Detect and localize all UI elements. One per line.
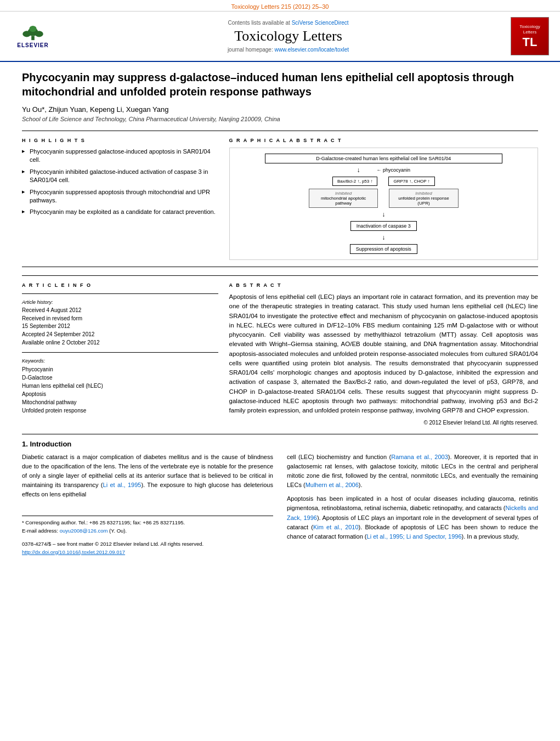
- abstract-text: Apoptosis of lens epithelial cell (LEC) …: [229, 292, 538, 415]
- intro-para-1: Diabetic cataract is a major complicatio…: [22, 452, 273, 499]
- intro-title: 1. Introduction: [22, 440, 538, 448]
- intro-para-2: cell (LEC) biochemistry and function (Ra…: [287, 452, 538, 490]
- bottom-bar: 0378-4274/$ – see front matter © 2012 El…: [22, 540, 273, 556]
- keyword: Mitochondrial pathway: [22, 398, 218, 406]
- tl-logo-text: TL: [523, 36, 538, 48]
- ga-arrow-3: ↓: [382, 234, 385, 241]
- elsevier-logo: ELSEVIER: [11, 25, 55, 48]
- ga-box-4: Suppression of apoptosis: [350, 244, 417, 254]
- keyword: Phycocyanin: [22, 365, 218, 374]
- keyword: Apoptosis: [22, 390, 218, 398]
- ref-li-1995[interactable]: Li et al., 1995: [103, 482, 142, 488]
- tl-sublabel: ToxicologyLetters: [519, 24, 540, 35]
- intro-left-col: Diabetic cataract is a major complicatio…: [22, 452, 273, 556]
- graphical-abstract-col: G R A P H I C A L A B S T R A C T D-Gala…: [229, 138, 538, 260]
- doi-link[interactable]: http://dx.doi.org/10.1016/j.toxlet.2012.…: [22, 549, 125, 555]
- issn-line: 0378-4274/$ – see front matter © 2012 El…: [22, 540, 273, 548]
- ga-box-1: D-Galactose-created human lens epithelia…: [265, 154, 502, 163]
- ga-arrow-1: ↓: [357, 166, 360, 174]
- available-date: Available online 2 October 2012: [22, 339, 218, 347]
- ga-box-3: Inactivation of caspase 3: [350, 221, 417, 231]
- ga-box-2b: GRP78 ↑, CHOP ↑: [388, 177, 434, 186]
- ref-li-spector[interactable]: Li et al., 1995; Li and Spector, 1996: [367, 533, 462, 540]
- highlight-item: Phycocyanin may be exploited as a candid…: [22, 208, 218, 216]
- ga-inhibit-1: Inhibited mitochondrial apoptotic pathwa…: [309, 189, 378, 208]
- article-info-header: A R T I C L E I N F O: [22, 282, 218, 288]
- journal-header: ELSEVIER Contents lists available at Sci…: [0, 12, 560, 62]
- keyword: D-Galactose: [22, 374, 218, 382]
- intro-para-3: Apoptosis has been implicated in a host …: [287, 494, 538, 541]
- intro-right-col: cell (LEC) biochemistry and function (Ra…: [287, 452, 538, 556]
- page-wrapper: Toxicology Letters 215 (2012) 25–30 ELSE…: [0, 0, 560, 741]
- svg-point-4: [29, 25, 36, 31]
- abstract-col: A B S T R A C T Apoptosis of lens epithe…: [229, 282, 538, 426]
- homepage-url[interactable]: www.elsevier.com/locate/toxlet: [275, 47, 349, 53]
- keywords-list: Phycocyanin D-Galactose Human lens epith…: [22, 365, 218, 415]
- intro-divider: [22, 434, 538, 434]
- sciverse-text: Contents lists available at SciVerse Sci…: [66, 20, 511, 26]
- highlights-graphical-section: H I G H L I G H T S Phycocyanin suppress…: [22, 131, 538, 267]
- ga-row-2: Inhibited mitochondrial apoptotic pathwa…: [305, 189, 462, 208]
- ga-diagram: D-Galactose-created human lens epithelia…: [235, 154, 532, 254]
- received-revised: Received in revised form15 September 201…: [22, 315, 218, 330]
- graphical-abstract-box: D-Galactose-created human lens epithelia…: [229, 148, 538, 260]
- highlight-item: Phycocyanin inhibited galactose-induced …: [22, 168, 218, 185]
- history-subsection: Article history: Received 4 August 2012 …: [22, 299, 218, 347]
- ref-ramana[interactable]: Ramana et al., 2003: [391, 454, 448, 460]
- journal-homepage: journal homepage: www.elsevier.com/locat…: [66, 47, 511, 53]
- received-date: Received 4 August 2012: [22, 307, 218, 314]
- highlight-item: Phycocyanin suppressed galactose-induced…: [22, 148, 218, 165]
- article-info-abstract-section: A R T I C L E I N F O Article history: R…: [22, 275, 538, 426]
- history-label: Article history:: [22, 299, 218, 305]
- keyword: Human lens epithelial cell (hLEC): [22, 382, 218, 390]
- abstract-header: A B S T R A C T: [229, 282, 538, 288]
- highlight-item: Phycocyanin suppressed apoptosis through…: [22, 188, 218, 205]
- svg-point-3: [35, 31, 43, 37]
- journal-center: Contents lists available at SciVerse Sci…: [66, 20, 511, 53]
- article-title: Phycocyanin may suppress d-galactose–ind…: [22, 70, 538, 99]
- elsevier-tree-icon: [16, 25, 49, 41]
- ref-kim[interactable]: Kim et al., 2010: [313, 524, 359, 530]
- journal-title: Toxicology Letters: [66, 28, 511, 44]
- svg-point-2: [22, 31, 31, 37]
- journal-issue: Toxicology Letters 215 (2012) 25–30: [231, 3, 329, 10]
- main-content: Phycocyanin may suppress d-galactose–ind…: [0, 62, 560, 567]
- footnote-email-suffix: (Y. Ou).: [109, 528, 127, 534]
- introduction-section: 1. Introduction Diabetic cataract is a m…: [22, 440, 538, 556]
- copyright: © 2012 Elsevier Ireland Ltd. All rights …: [229, 420, 538, 426]
- ga-row-1: Bax/Bcl-2 ↑, p53 ↑ GRP78 ↑, CHOP ↑: [332, 177, 435, 186]
- ref-nickells[interactable]: Nickells and Zack, 1996: [287, 505, 538, 521]
- accepted-date: Accepted 24 September 2012: [22, 331, 218, 338]
- highlights-col: H I G H L I G H T S Phycocyanin suppress…: [22, 138, 218, 260]
- svg-rect-0: [31, 36, 35, 40]
- tl-logo: ToxicologyLetters TL: [511, 17, 549, 55]
- footnote-corresponding: * Corresponding author. Tel.: +86 25 832…: [22, 519, 273, 535]
- keyword: Unfolded protein response: [22, 406, 218, 415]
- ga-inhibit-label-1: Inhibited: [314, 191, 373, 196]
- top-bar: Toxicology Letters 215 (2012) 25–30: [0, 0, 560, 12]
- doi-line: http://dx.doi.org/10.1016/j.toxlet.2012.…: [22, 548, 273, 557]
- keywords-subsection: Keywords: Phycocyanin D-Galactose Human …: [22, 358, 218, 415]
- graphical-abstract-header: G R A P H I C A L A B S T R A C T: [229, 138, 538, 143]
- footnote-email-label: E-mail address:: [22, 528, 58, 534]
- keywords-label: Keywords:: [22, 358, 218, 364]
- highlights-header: H I G H L I G H T S: [22, 138, 218, 143]
- affiliation: School of Life Science and Technology, C…: [22, 116, 538, 122]
- ga-inhibit-label-2: Inhibited: [394, 191, 453, 196]
- intro-two-col: Diabetic cataract is a major complicatio…: [22, 452, 538, 556]
- ga-inhibit-pathway-1: mitochondrial apoptotic pathway: [314, 196, 373, 206]
- elsevier-label: ELSEVIER: [17, 42, 48, 48]
- ga-arrow-2: ↓: [382, 211, 385, 218]
- ref-mulhern[interactable]: Mulhern et al., 2006: [306, 482, 359, 488]
- highlights-list: Phycocyanin suppressed galactose-induced…: [22, 148, 218, 217]
- footnote-email[interactable]: ouyu2008@126.com: [60, 528, 108, 534]
- ga-inhibit-pathway-2: unfolded protein response (UPR): [394, 196, 453, 206]
- authors: Yu Ou*, Zhijun Yuan, Kepeng Li, Xuegan Y…: [22, 105, 538, 114]
- article-info-col: A R T I C L E I N F O Article history: R…: [22, 282, 218, 426]
- sciverse-link[interactable]: SciVerse ScienceDirect: [292, 20, 349, 26]
- ga-box-2a: Bax/Bcl-2 ↑, p53 ↑: [332, 177, 377, 186]
- ga-inhibit-2: Inhibited unfolded protein response (UPR…: [389, 189, 458, 208]
- ga-phycocyanin: ← phycocyanin: [377, 167, 411, 173]
